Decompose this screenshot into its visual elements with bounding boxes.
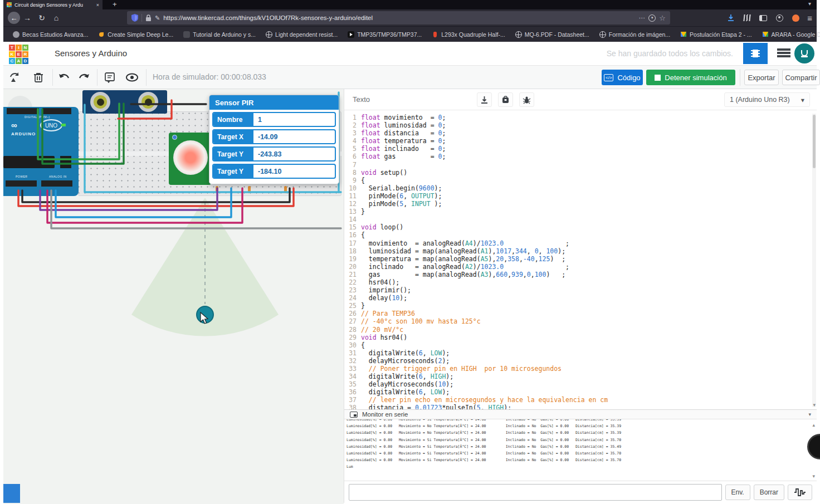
serial-scroll-down-icon[interactable]: ▾ <box>812 473 815 479</box>
tracking-shield-icon[interactable] <box>131 14 138 22</box>
code-button[interactable]: </> Código <box>602 70 643 85</box>
pir-field-value[interactable]: -184.10 <box>253 165 335 178</box>
code-line[interactable]: 34 digitalWrite(6, HIGH); <box>344 373 811 380</box>
code-line[interactable]: 1float movimiento = 0; <box>344 114 811 121</box>
firefox-account-icon[interactable] <box>791 13 800 22</box>
components-panel-button[interactable] <box>743 43 768 64</box>
pir-popup-title[interactable]: Sensor PIR <box>209 95 339 110</box>
code-line[interactable]: 25} <box>344 302 811 310</box>
forward-button[interactable]: → <box>20 13 35 22</box>
serial-input[interactable] <box>349 484 722 501</box>
code-line[interactable]: 35 delayMicroseconds(10); <box>344 380 811 388</box>
url-bar[interactable]: ✎ https://www.tinkercad.com/things/kV1Ol… <box>127 11 670 25</box>
code-line[interactable]: 26// Para TEMP36 <box>344 310 811 317</box>
bookmark-item[interactable]: Becas Estudios Avanza... <box>9 30 92 40</box>
rotate-button[interactable] <box>8 70 22 85</box>
code-line[interactable]: 2float luminosidad = 0; <box>344 121 811 129</box>
bookmark-item[interactable]: L293x Quadruple Half-... <box>428 30 509 40</box>
code-line[interactable]: 17 movimiento = analogRead(A4)/1023.0 ; <box>344 239 811 247</box>
pocket-icon[interactable]: ▾ <box>648 14 656 22</box>
code-line[interactable]: 37 // leer pin echo en microsegundos y h… <box>344 396 811 404</box>
menu-icon[interactable]: ≡ <box>807 13 812 23</box>
code-line[interactable]: 5float inclinado = 0; <box>344 145 811 153</box>
board-selector[interactable]: 1 (Arduino Uno R3) ▾ <box>724 92 810 107</box>
code-mode-selector[interactable]: Texto <box>353 95 370 104</box>
pir-popup[interactable]: Sensor PIR Nombre1Target X-14.09Target Y… <box>209 95 339 184</box>
code-editor[interactable]: 1float movimiento = 0;2float luminosidad… <box>344 114 811 409</box>
bookmark-item[interactable]: Light dependent resist... <box>262 30 341 40</box>
code-line[interactable]: 19 temperatura = map(analogRead(A5),20,3… <box>344 255 811 263</box>
wire-green[interactable] <box>38 104 119 159</box>
code-line[interactable]: 20 inclinado = analogRead(A2)/1023.0 ; <box>344 263 811 271</box>
code-line[interactable]: 32 delayMicroseconds(2); <box>344 357 811 365</box>
view-button[interactable] <box>125 70 139 85</box>
window-control-icon[interactable]: ▾ <box>808 1 811 7</box>
code-line[interactable]: 29void hsr04() <box>344 334 811 341</box>
wire-green[interactable] <box>42 104 124 164</box>
code-line[interactable]: 10 Serial.begin(9600); <box>344 184 811 192</box>
code-line[interactable]: 23 imprimir(); <box>344 286 811 294</box>
wire-red[interactable] <box>118 100 172 119</box>
serial-scroll-up-icon[interactable]: ▴ <box>812 422 815 428</box>
download-icon[interactable] <box>726 13 735 22</box>
code-line[interactable]: 9{ <box>344 177 811 184</box>
serial-collapse-icon[interactable]: ▾ <box>808 412 811 417</box>
code-line[interactable]: 11 pinMode(6, OUTPUT); <box>344 192 811 200</box>
bookmark-item[interactable]: TMP35/TMP36/TMP37... <box>344 30 426 40</box>
code-line[interactable]: 28// 20 mV/°c <box>344 326 811 334</box>
bookmark-item[interactable]: Create Simple Deep Le... <box>94 30 177 40</box>
code-line[interactable]: 38 distancia = 0.01723*pulseIn(5, HIGH); <box>344 404 811 409</box>
code-line[interactable]: 14 <box>344 216 811 223</box>
code-line[interactable]: 33 // Poner trigger pin en HIGH por 10 m… <box>344 365 811 373</box>
list-view-button[interactable] <box>777 47 791 61</box>
download-code-button[interactable] <box>477 92 492 107</box>
share-button[interactable]: Compartir <box>782 70 820 85</box>
code-line[interactable]: 6float gas = 0; <box>344 153 811 160</box>
notes-button[interactable] <box>102 70 117 85</box>
tab-close-icon[interactable]: × <box>96 2 99 8</box>
avatar[interactable] <box>794 43 814 63</box>
lock-icon[interactable] <box>145 14 152 22</box>
redo-button[interactable] <box>77 70 91 85</box>
bookmark-star-icon[interactable]: ☆ <box>659 14 666 22</box>
bookmark-item[interactable]: Formación de imágen... <box>596 30 674 40</box>
pir-field-value[interactable]: -243.83 <box>253 148 335 160</box>
browser-tab[interactable]: TINKERCAD Circuit design Sensores y Ardu… <box>3 0 102 9</box>
code-line[interactable]: 8void setup() <box>344 169 811 177</box>
code-line[interactable]: 21 gas = map(analogRead(A3),660,939,0,10… <box>344 271 811 278</box>
delete-button[interactable] <box>31 70 46 85</box>
code-line[interactable]: 31 digitalWrite(6, LOW); <box>344 349 811 357</box>
circuit-canvas[interactable]: DIGITAL (PWM~) ∞ UNO ARDUINO POWER ANALO… <box>3 89 344 504</box>
url-text[interactable]: https://www.tinkercad.com/things/kV1OlUO… <box>163 14 636 21</box>
code-line[interactable]: 4float temperatura = 0; <box>344 137 811 145</box>
code-line[interactable]: 24 delay(10); <box>344 294 811 302</box>
serial-graph-button[interactable] <box>788 485 812 500</box>
scroll-down-icon[interactable]: ▾ <box>813 402 816 408</box>
home-button[interactable]: ⌂ <box>49 13 64 22</box>
serial-monitor-bar[interactable]: Monitor en serie ▾ <box>344 409 817 419</box>
site-permissions-icon[interactable]: ✎ <box>155 14 160 22</box>
code-line[interactable]: 30{ <box>344 341 811 349</box>
stop-simulation-button[interactable]: Detener simulación <box>646 70 735 85</box>
code-line[interactable]: 18 luminosidad = map(analogRead(A1),1017… <box>344 247 811 255</box>
scrollbar-thumb[interactable] <box>813 115 816 168</box>
library-icon[interactable] <box>743 13 751 22</box>
code-line[interactable]: 36 digitalWrite(6, LOW); <box>344 388 811 396</box>
serial-send-button[interactable]: Env. <box>725 485 750 500</box>
wire-red[interactable] <box>18 188 294 206</box>
bookmark-item[interactable]: MQ-6.PDF - Datasheet... <box>511 30 593 40</box>
libraries-button[interactable] <box>498 92 513 107</box>
bookmark-item[interactable]: Tutorial de Arduino y s... <box>179 30 260 40</box>
undo-button[interactable] <box>57 70 71 85</box>
code-line[interactable]: 12 pinMode(5, INPUT ); <box>344 200 811 208</box>
code-line[interactable]: 3float distancia = 0; <box>344 129 811 137</box>
debug-button[interactable] <box>519 92 534 107</box>
new-tab-button[interactable]: + <box>113 0 117 8</box>
code-scrollbar[interactable] <box>812 114 816 407</box>
code-line[interactable]: 27// -40°c son 100 mv hasta 125°c <box>344 317 811 325</box>
account-icon[interactable] <box>775 13 784 22</box>
tinkercad-logo-icon[interactable]: TINKERCAD <box>9 45 28 64</box>
pir-field-value[interactable]: 1 <box>253 113 335 126</box>
code-line[interactable]: 13} <box>344 208 811 216</box>
code-line[interactable]: 22 hsr04(); <box>344 278 811 286</box>
